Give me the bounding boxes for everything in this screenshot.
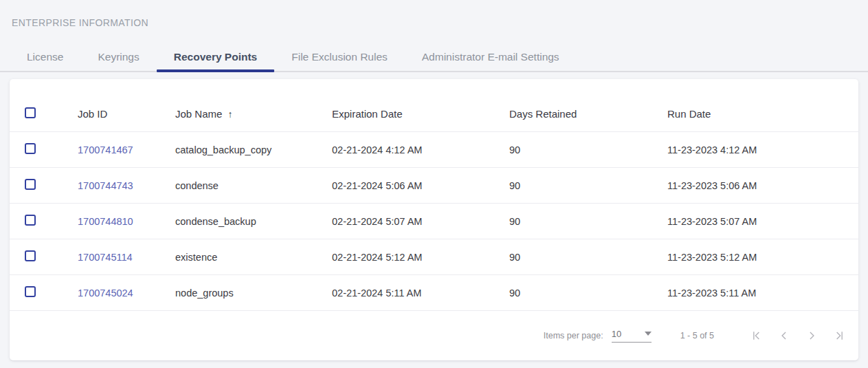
select-all-checkbox[interactable]	[25, 107, 36, 118]
row-checkbox[interactable]	[25, 286, 36, 297]
column-header-job-name[interactable]: Job Name↑	[175, 108, 332, 120]
table-row: 1700745024 node_groups 02-21-2024 5:11 A…	[10, 275, 858, 311]
previous-page-button[interactable]	[776, 327, 792, 344]
run-date-cell: 11-23-2023 4:12 AM	[667, 144, 858, 155]
run-date-cell: 11-23-2023 5:12 AM	[667, 252, 858, 263]
column-header-expiration-date[interactable]: Expiration Date	[332, 108, 509, 120]
table-row: 1700744810 condense_backup 02-21-2024 5:…	[10, 204, 858, 239]
expiration-date-cell: 02-21-2024 5:07 AM	[332, 216, 509, 227]
row-checkbox[interactable]	[25, 143, 36, 154]
items-per-page-select[interactable]: 10	[612, 329, 652, 343]
run-date-cell: 11-23-2023 5:11 AM	[667, 288, 858, 299]
job-id-link[interactable]: 1700745024	[78, 288, 133, 299]
days-retained-cell: 90	[509, 252, 667, 263]
paginator-range-label: 1 - 5 of 5	[680, 331, 714, 340]
last-page-icon	[832, 329, 846, 343]
dropdown-arrow-icon	[645, 332, 652, 336]
days-retained-cell: 90	[509, 216, 667, 227]
job-id-link[interactable]: 1700745114	[78, 252, 133, 263]
job-name-cell: condense_backup	[175, 216, 332, 227]
expiration-date-cell: 02-21-2024 5:12 AM	[332, 252, 509, 263]
tab-label: Keyrings	[98, 51, 139, 63]
column-header-days-retained[interactable]: Days Retained	[509, 108, 667, 120]
table-row: 1700741467 catalog_backup_copy 02-21-202…	[10, 132, 858, 168]
job-id-link[interactable]: 1700741467	[78, 144, 133, 155]
table-row: 1700745114 existence 02-21-2024 5:12 AM …	[10, 239, 858, 275]
column-header-label: Job ID	[78, 108, 107, 120]
tab-license[interactable]: License	[10, 43, 80, 71]
job-name-cell: existence	[175, 252, 332, 263]
row-checkbox[interactable]	[25, 215, 36, 226]
items-per-page-label: Items per page:	[544, 331, 603, 340]
column-header-label: Days Retained	[509, 108, 577, 120]
tab-label: File Exclusion Rules	[291, 51, 388, 63]
days-retained-cell: 90	[509, 144, 667, 155]
row-checkbox[interactable]	[25, 250, 36, 261]
run-date-cell: 11-23-2023 5:07 AM	[667, 216, 858, 227]
recovery-points-table-card: Job ID Job Name↑ Expiration Date Days Re…	[10, 79, 858, 360]
job-name-cell: node_groups	[175, 288, 332, 299]
job-name-cell: catalog_backup_copy	[175, 144, 332, 155]
table-row: 1700744743 condense 02-21-2024 5:06 AM 9…	[10, 168, 858, 204]
tab-keyrings[interactable]: Keyrings	[80, 43, 156, 71]
column-header-job-id[interactable]: Job ID	[78, 108, 175, 120]
tab-administrator-email-settings[interactable]: Administrator E-mail Settings	[405, 43, 577, 71]
expiration-date-cell: 02-21-2024 4:12 AM	[332, 144, 509, 155]
active-tab-indicator	[157, 69, 274, 72]
column-header-label: Expiration Date	[332, 108, 403, 120]
tab-label: License	[27, 51, 63, 63]
job-name-cell: condense	[175, 180, 332, 191]
chevron-left-icon	[777, 329, 791, 343]
days-retained-cell: 90	[509, 288, 667, 299]
tab-recovery-points[interactable]: Recovery Points	[157, 43, 274, 71]
job-id-link[interactable]: 1700744810	[78, 216, 133, 227]
expiration-date-cell: 02-21-2024 5:11 AM	[332, 288, 509, 299]
paginator: Items per page: 10 1 - 5 of 5	[10, 311, 858, 360]
row-checkbox[interactable]	[25, 179, 36, 190]
expiration-date-cell: 02-21-2024 5:06 AM	[332, 180, 509, 191]
items-per-page-value: 10	[612, 329, 621, 339]
next-page-button[interactable]	[803, 327, 820, 344]
chevron-right-icon	[805, 329, 819, 343]
table-header-row: Job ID Job Name↑ Expiration Date Days Re…	[10, 79, 858, 132]
run-date-cell: 11-23-2023 5:06 AM	[667, 180, 858, 191]
days-retained-cell: 90	[509, 180, 667, 191]
job-id-link[interactable]: 1700744743	[78, 180, 133, 191]
first-page-button[interactable]	[748, 327, 765, 344]
last-page-button[interactable]	[831, 327, 847, 344]
column-header-run-date[interactable]: Run Date	[667, 108, 858, 120]
tab-label: Recovery Points	[174, 51, 257, 63]
sort-ascending-icon: ↑	[227, 109, 232, 120]
tab-label: Administrator E-mail Settings	[422, 51, 559, 63]
tab-file-exclusion-rules[interactable]: File Exclusion Rules	[274, 43, 405, 71]
tab-bar: License Keyrings Recovery Points File Ex…	[0, 43, 868, 72]
header-checkbox-cell	[10, 107, 78, 120]
column-header-label: Job Name	[175, 108, 222, 120]
page-title: ENTERPRISE INFORMATION	[0, 0, 868, 28]
column-header-label: Run Date	[667, 108, 711, 120]
first-page-icon	[750, 329, 764, 343]
